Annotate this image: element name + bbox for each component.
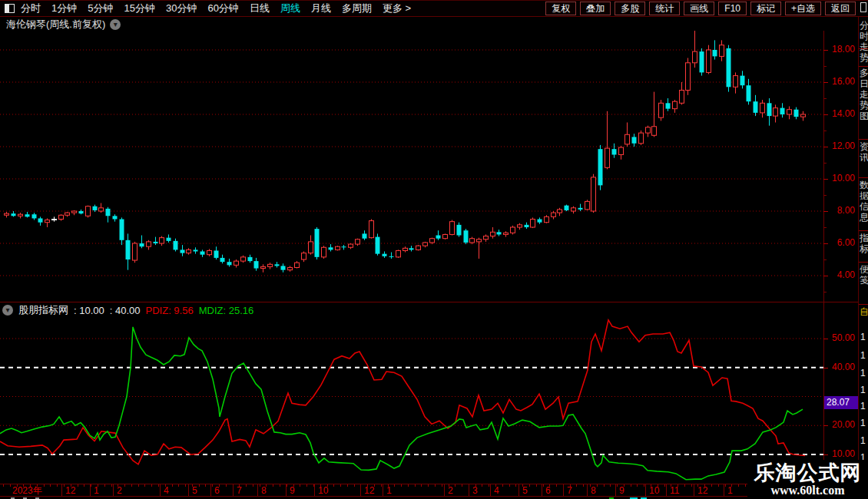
axis-tick [823, 425, 828, 426]
axis-tick [823, 179, 828, 180]
truncated-axis-digit: 1 [860, 435, 866, 446]
month-separator [233, 484, 234, 497]
week-tick [340, 484, 341, 487]
toolbar-button-返回[interactable]: 返回 [825, 2, 856, 15]
week-tick [205, 484, 206, 487]
side-tab-truncated[interactable]: 数据信息 [860, 180, 868, 223]
week-tick [442, 484, 442, 487]
side-tab-truncated[interactable]: 多日走势图 [860, 68, 868, 121]
window-layout-icon[interactable] [5, 4, 15, 13]
month-separator [645, 484, 646, 497]
toolbar-button-多股[interactable]: 多股 [615, 2, 645, 15]
toolbar-button-叠加[interactable]: 叠加 [580, 2, 611, 15]
month-label: 5 [522, 486, 528, 496]
week-tick [124, 484, 125, 487]
week-tick [529, 484, 530, 487]
week-tick [10, 484, 11, 487]
axis-tick-minor [823, 259, 827, 260]
toolbar-button-+自选[interactable]: +自选 [785, 2, 821, 15]
toolbar-button-统计[interactable]: 统计 [649, 2, 680, 15]
week-tick [172, 484, 173, 487]
week-tick [462, 484, 462, 487]
month-label: 3 [472, 486, 478, 496]
period-tab-60分钟[interactable]: 60分钟 [207, 1, 238, 16]
month-separator [383, 484, 383, 497]
chevron-down-icon[interactable]: ▾ [2, 305, 13, 316]
indicator-header: ▾ 股朋指标网 : 10.00 : 40.00 PDIZ: 9.56 MDIZ:… [2, 304, 253, 316]
week-tick [637, 484, 638, 487]
chevron-down-icon[interactable]: ▾ [110, 19, 121, 30]
corner-button-icon[interactable] [860, 2, 866, 12]
month-label: 12 [65, 486, 75, 496]
month-label: 9 [290, 486, 295, 496]
truncated-axis-digit: 1 [860, 332, 866, 342]
month-label: 2023年 [12, 486, 42, 496]
week-tick [489, 484, 489, 487]
strip-divider [859, 139, 868, 140]
period-tab-15分钟[interactable]: 15分钟 [124, 1, 154, 16]
month-label: 9 [619, 486, 624, 496]
month-separator [90, 484, 91, 497]
side-tab-truncated[interactable]: 分时走势 [860, 20, 868, 63]
month-label: 6 [545, 486, 551, 496]
month-separator [518, 484, 519, 497]
period-tab-5分钟[interactable]: 5分钟 [88, 1, 113, 16]
axis-tick [823, 454, 828, 455]
candlestick-chart[interactable] [0, 31, 823, 302]
month-separator [542, 484, 542, 497]
week-tick [543, 484, 544, 487]
week-tick [617, 484, 618, 487]
period-tab-1分钟[interactable]: 1分钟 [51, 1, 77, 16]
week-tick [536, 484, 537, 487]
week-tick [84, 484, 84, 487]
month-separator [469, 484, 469, 497]
week-tick [199, 484, 200, 487]
week-tick [306, 484, 307, 487]
week-tick [50, 484, 51, 487]
period-tab-30分钟[interactable]: 30分钟 [166, 1, 197, 16]
period-tab-月线[interactable]: 月线 [311, 1, 331, 16]
time-axis[interactable]: 2023年121245678910121234567891011121 [0, 484, 858, 497]
period-tab-周线[interactable]: 周线 [280, 1, 300, 16]
chart-title-row: 海伦钢琴(周线.前复权) ▾ [6, 18, 121, 31]
period-tab-日线[interactable]: 日线 [250, 1, 270, 16]
side-tab-highlight[interactable]: 自 [860, 306, 868, 317]
period-tab-分时[interactable]: 分时 [21, 1, 41, 16]
period-tab-更多[interactable]: 更多 > [383, 1, 411, 16]
week-tick [3, 484, 4, 487]
axis-tick [823, 368, 828, 368]
side-tab-truncated[interactable]: 资讯 [860, 141, 868, 163]
indicator-value-marker: 28.07 [824, 396, 858, 409]
side-tab-truncated[interactable]: 指标 [860, 233, 868, 254]
indicator-name[interactable]: 股朋指标网 [18, 303, 68, 317]
week-tick [226, 484, 227, 487]
week-tick [394, 484, 395, 487]
week-tick [64, 484, 65, 487]
week-tick [381, 484, 382, 487]
axis-tick-minor [823, 131, 827, 131]
right-edge-panel[interactable]: 分时走势多日走势图资讯数据信息指标便笺自11111111 [858, 17, 868, 499]
week-tick [502, 484, 503, 487]
truncated-axis-digit: 1 [860, 368, 866, 378]
truncated-axis-digit: 1 [860, 401, 866, 411]
month-separator [587, 484, 588, 497]
week-tick [44, 484, 45, 487]
indicator-chart[interactable] [0, 317, 823, 484]
period-tab-多周期[interactable]: 多周期 [342, 1, 372, 16]
week-tick [151, 484, 152, 487]
toolbar-button-标记[interactable]: 标记 [750, 2, 781, 15]
toolbar-button-F10[interactable]: F10 [718, 2, 747, 15]
month-separator [257, 484, 258, 497]
toolbar-button-画线[interactable]: 画线 [684, 2, 714, 15]
toolbar-button-复权[interactable]: 复权 [545, 2, 576, 15]
week-tick [597, 484, 598, 487]
side-tab-truncated[interactable]: 便笺 [860, 264, 868, 286]
week-tick [738, 484, 739, 487]
period-toolbar: 分时1分钟5分钟15分钟30分钟60分钟日线周线月线多周期更多 > 复权叠加多股… [0, 0, 868, 17]
week-tick [246, 484, 247, 487]
week-tick [421, 484, 422, 487]
axis-tick [823, 50, 828, 51]
week-tick [158, 484, 159, 487]
trading-app-window: 分时1分钟5分钟15分钟30分钟60分钟日线周线月线多周期更多 > 复权叠加多股… [0, 0, 868, 499]
period-tabs: 分时1分钟5分钟15分钟30分钟60分钟日线周线月线多周期更多 > [21, 1, 411, 16]
